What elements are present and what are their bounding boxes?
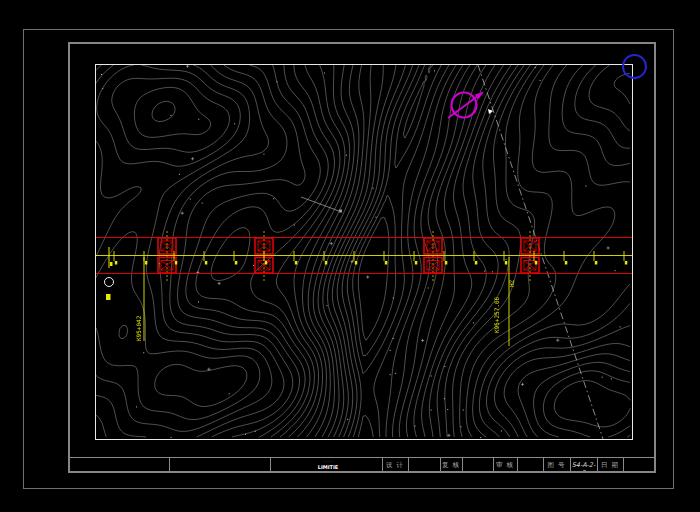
cad-viewport: K95+042 K95+257.06 HZ ········ LIMITIE 设… [0, 0, 700, 512]
benchmark-label-mark [106, 294, 111, 300]
field-label-drawing-no: 图 号 [543, 461, 570, 471]
station-tick-flag [145, 261, 148, 265]
station-tick-flag [595, 261, 598, 265]
station-tick-flag [265, 261, 268, 265]
station-tick-flag [175, 261, 178, 265]
station-tick-flag [325, 261, 328, 265]
station-tick-flag [415, 261, 418, 265]
station-tick-flag [565, 261, 568, 265]
title-stamp: ········ LIMITIE [293, 459, 363, 470]
station-label-left: K95+042 [136, 316, 142, 341]
station-tick-flag [385, 261, 388, 265]
title-block-divider [462, 458, 463, 471]
leader-mark [339, 210, 342, 213]
station-tick-flag [355, 261, 358, 265]
map-area[interactable]: K95+042 K95+257.06 HZ [95, 64, 633, 440]
title-block: ········ LIMITIE 设 计 复 核 审 核 图 号 S4-A-2-… [68, 457, 654, 471]
north-arrow-marker [488, 109, 493, 114]
title-block-divider [517, 458, 518, 471]
field-label-designer: 设 计 [382, 461, 408, 471]
benchmark-circle-icon [105, 278, 114, 287]
title-block-divider [169, 458, 170, 471]
field-label-checker: 复 核 [440, 461, 462, 471]
station-tick-flag [235, 261, 238, 265]
title-block-divider [623, 458, 624, 471]
corner-marker-icon [622, 54, 647, 79]
station-label-right: K95+257.06 [494, 297, 500, 333]
drawing-number: S4-A-2-2 [570, 461, 597, 471]
station-tick-flag [535, 261, 538, 265]
title-block-divider [408, 458, 409, 471]
title-block-divider [270, 458, 271, 471]
field-label-date: 日 期 [597, 461, 623, 471]
station-tick-flag [115, 261, 118, 265]
abutment-tick-flag [110, 262, 113, 266]
station-tick-flag [505, 261, 508, 265]
alignment-dash-line [478, 65, 603, 439]
field-label-reviewer: 审 核 [493, 461, 517, 471]
bridge-alignment-overlay [96, 65, 632, 439]
leader-line [301, 197, 339, 211]
station-tick-flag [295, 261, 298, 265]
station-tick-flag [475, 261, 478, 265]
station-tick-flag [625, 261, 628, 265]
station-tick-flag [205, 261, 208, 265]
station-tick-flag [445, 261, 448, 265]
curve-point-label: HZ [509, 280, 515, 287]
